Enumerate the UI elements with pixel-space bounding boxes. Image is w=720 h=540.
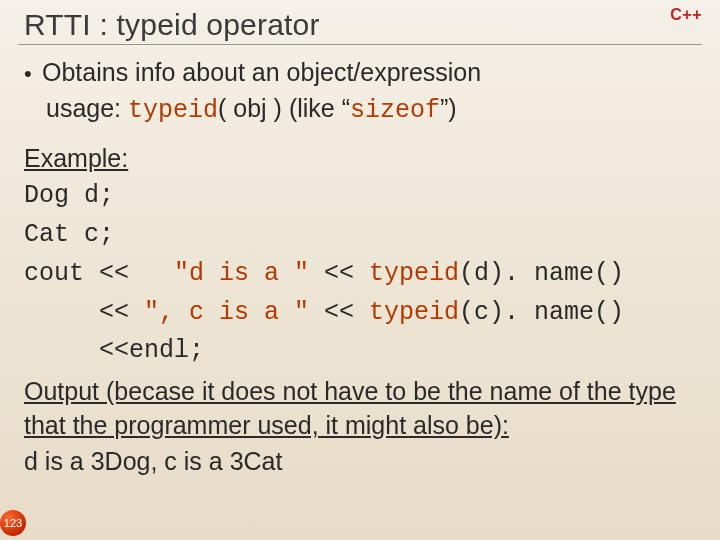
title-divider — [18, 44, 702, 45]
output-text: d is a 3Dog, c is a 3Cat — [24, 445, 700, 479]
example-label: Example: — [24, 144, 128, 172]
code-l4-typeid: typeid — [369, 298, 459, 327]
code-l4-e: (c). name() — [459, 298, 624, 327]
typeid-keyword: typeid — [128, 96, 218, 125]
sizeof-keyword: sizeof — [350, 96, 440, 125]
usage-mid: ( obj ) (like “ — [218, 94, 350, 122]
code-block: Dog d; Cat c; cout << "d is a " << typei… — [24, 177, 700, 371]
example-block: Example: Dog d; Cat c; cout << "d is a "… — [24, 142, 700, 372]
slide: C++ RTTI : typeid operator • Obtains inf… — [0, 0, 720, 540]
code-l4-str: ", c is a " — [144, 298, 309, 327]
code-l3-typeid: typeid — [369, 259, 459, 288]
code-l3-e: (d). name() — [459, 259, 624, 288]
slide-title: RTTI : typeid operator — [24, 8, 700, 42]
code-l4-c: << — [309, 298, 369, 327]
bullet-text: Obtains info about an object/expression — [42, 56, 481, 90]
output-section: Output (becase it does not have to be th… — [24, 375, 700, 478]
bullet-line: • Obtains info about an object/expressio… — [24, 56, 700, 90]
code-l3-a: cout << — [24, 259, 174, 288]
cpp-badge: C++ — [670, 6, 702, 24]
slide-number-badge: 123 — [0, 510, 26, 536]
usage-line: usage: typeid( obj ) (like “sizeof”) — [46, 92, 700, 128]
content-area: • Obtains info about an object/expressio… — [24, 56, 700, 478]
usage-prefix: usage: — [46, 94, 128, 122]
code-l5: <<endl; — [24, 336, 204, 365]
code-l3-str: "d is a " — [174, 259, 309, 288]
code-l1: Dog d; — [24, 181, 114, 210]
code-l2: Cat c; — [24, 220, 114, 249]
usage-suffix: ”) — [440, 94, 457, 122]
code-l3-c: << — [309, 259, 369, 288]
code-l4-a: << — [24, 298, 144, 327]
bullet-icon: • — [24, 59, 42, 89]
output-label: Output (becase it does not have to be th… — [24, 377, 676, 439]
